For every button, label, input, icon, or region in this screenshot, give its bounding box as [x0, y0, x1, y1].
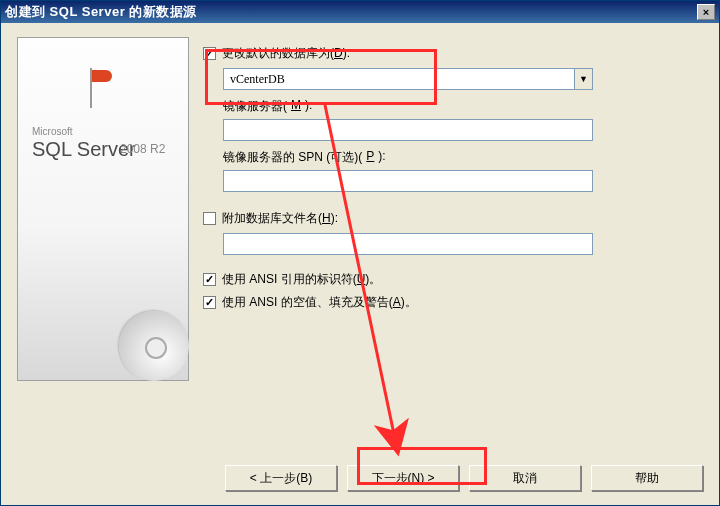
- attach-db-file-input[interactable]: [223, 233, 593, 255]
- change-default-db-row: 更改默认的数据库为(D):: [203, 45, 703, 62]
- help-button[interactable]: 帮助: [591, 465, 703, 491]
- mirror-server-label: 镜像服务器(M):: [223, 98, 703, 115]
- form-area: 更改默认的数据库为(D): vCenterDB ▼ 镜像服务器(M): 镜像服务…: [203, 37, 703, 381]
- dialog-body: Microsoft SQL Server 2008 R2 更改默认的数据库为(D…: [1, 23, 719, 505]
- cancel-button[interactable]: 取消: [469, 465, 581, 491]
- close-icon[interactable]: ×: [697, 4, 715, 20]
- window-title: 创建到 SQL Server 的新数据源: [5, 3, 197, 21]
- ansi-quoted-checkbox[interactable]: [203, 273, 216, 286]
- chevron-down-icon[interactable]: ▼: [574, 69, 592, 89]
- attach-db-file-checkbox[interactable]: [203, 212, 216, 225]
- change-default-db-label: 更改默认的数据库为(D):: [222, 45, 350, 62]
- titlebar: 创建到 SQL Server 的新数据源 ×: [1, 1, 719, 23]
- default-db-combobox[interactable]: vCenterDB ▼: [223, 68, 593, 90]
- ansi-quoted-label: 使用 ANSI 引用的标识符(U)。: [222, 271, 381, 288]
- ansi-nulls-row: 使用 ANSI 的空值、填充及警告(A)。: [203, 294, 703, 311]
- banner-microsoft-label: Microsoft: [32, 126, 73, 137]
- flag-icon: [86, 68, 120, 108]
- ansi-quoted-row: 使用 ANSI 引用的标识符(U)。: [203, 271, 703, 288]
- dialog-window: 创建到 SQL Server 的新数据源 × Microsoft SQL Ser…: [0, 0, 720, 506]
- change-default-db-checkbox[interactable]: [203, 47, 216, 60]
- next-button[interactable]: 下一步(N) >: [347, 465, 459, 491]
- button-row: < 上一步(B) 下一步(N) > 取消 帮助: [225, 465, 703, 491]
- attach-db-file-label: 附加数据库文件名(H):: [222, 210, 338, 227]
- mirror-server-input[interactable]: [223, 119, 593, 141]
- attach-db-file-row: 附加数据库文件名(H):: [203, 210, 703, 227]
- mirror-spn-label: 镜像服务器的 SPN (可选)(P):: [223, 149, 703, 166]
- banner-edition-label: 2008 R2: [120, 142, 165, 156]
- back-button[interactable]: < 上一步(B): [225, 465, 337, 491]
- ansi-nulls-checkbox[interactable]: [203, 296, 216, 309]
- mirror-spn-input[interactable]: [223, 170, 593, 192]
- banner-image: Microsoft SQL Server 2008 R2: [17, 37, 189, 381]
- ansi-nulls-label: 使用 ANSI 的空值、填充及警告(A)。: [222, 294, 417, 311]
- disc-icon: [119, 311, 189, 381]
- default-db-value: vCenterDB: [224, 69, 574, 89]
